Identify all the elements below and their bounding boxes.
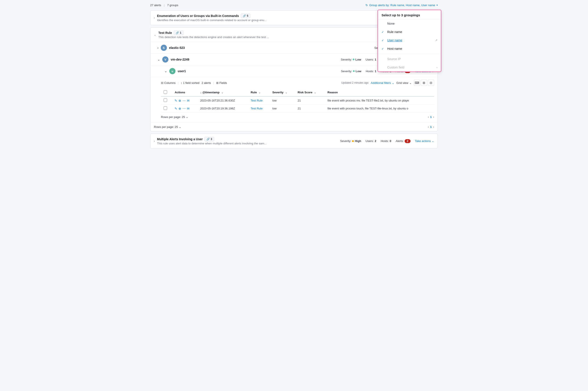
page-nav-outer: ‹ 1 ›: [428, 125, 434, 129]
row1-checkbox[interactable]: [164, 98, 167, 102]
th-checkbox: [161, 89, 172, 97]
alert-card-multiple-alerts: › Multiple Alerts Involving a User 🔗 3 T…: [150, 134, 438, 148]
shield-icon-row2[interactable]: ✉: [187, 107, 190, 110]
check-host-name-icon: ✓: [382, 47, 385, 50]
risk-value-row1: 21: [298, 99, 301, 102]
check-source-ip-icon: [382, 57, 385, 61]
sub-severity-vmdev2249: Severity: Low: [341, 58, 361, 61]
grouping-item-host-name[interactable]: ✓ Host name: [378, 44, 441, 53]
keyboard-view-btn[interactable]: ⌨: [414, 80, 420, 86]
severity-value-row1: low: [272, 99, 277, 102]
groupings-dropdown-title: Select up to 3 groupings: [378, 10, 441, 19]
expand-icon-elastic523[interactable]: ›: [157, 46, 159, 50]
alerts-count-label: 2 alerts: [202, 81, 211, 85]
rows-per-page-outer[interactable]: Rows per page: 25 ⌄: [154, 125, 181, 129]
table-row: ✎ ⊕ ⋯ ✉ 2023-05-16T20:19:36.198Z Test Ru…: [161, 104, 434, 112]
alert-card-title-section-3: Multiple Alerts Involving a User 🔗 3 Thi…: [157, 137, 338, 145]
sort-button[interactable]: ↕ 1 field sorted: [181, 81, 199, 85]
alerts-meta-3: Alerts: 2: [395, 139, 410, 143]
next-page-btn-inner[interactable]: ›: [433, 115, 434, 119]
rows-per-page-inner[interactable]: Rows per page: 25 ⌄: [161, 115, 188, 119]
view-icons: ⌨ ⊞ ⊟: [414, 80, 434, 86]
additional-filters-button[interactable]: Additional filters ⌄: [371, 81, 394, 85]
rows-per-page-chevron-outer: ⌄: [179, 125, 181, 129]
user1-severity: Severity: Low: [341, 70, 361, 73]
alerts-badge-3: 2: [405, 139, 410, 143]
row1-actions: ✎ ⊕ ⋯ ✉: [175, 99, 195, 102]
expand-icon-vmdev2249[interactable]: ⌄: [157, 58, 160, 61]
refresh-icon: ↻: [365, 3, 368, 7]
share-icon-row2[interactable]: ⊕: [179, 107, 181, 110]
share-icon-row1[interactable]: ⊕: [179, 99, 181, 102]
td-rule-row1[interactable]: Test Rule: [248, 97, 270, 104]
take-actions-btn-3[interactable]: Take actions ⌄: [415, 139, 434, 143]
top-bar: 27 alerts | 7 groups ↻ Group alerts by: …: [150, 3, 438, 7]
more-icon-row2[interactable]: ⋯: [183, 107, 186, 110]
td-severity-row1: low: [270, 97, 295, 104]
alert-link-badge-2: 🔗 1: [174, 31, 183, 35]
alert-card-title-section-1: Enumeration of Users or Groups via Built…: [157, 14, 382, 22]
check-user-name-icon: ✓: [382, 39, 385, 42]
th-reason: Reason: [325, 89, 434, 97]
severity-value-row2: low: [272, 107, 277, 110]
table-view-btn[interactable]: ⊞: [421, 80, 427, 86]
grid-view-label: Grid view: [396, 81, 408, 85]
th-timestamp[interactable]: ↓ @timestamp ⌄: [197, 89, 248, 97]
reason-value-row1: file event with process mv, file TEST-fi…: [327, 99, 409, 102]
columns-label: Columns: [164, 81, 176, 85]
grid-view-btn-icon[interactable]: ⊟: [428, 80, 434, 86]
alerts-count-button[interactable]: 2 alerts: [202, 81, 211, 85]
data-table-section: ⊟ Columns | ↕ 1 field sorted 2 alerts | …: [150, 77, 438, 122]
td-rule-row2[interactable]: Test Rule: [248, 104, 270, 112]
more-icon-row1[interactable]: ⋯: [183, 99, 186, 102]
row2-checkbox[interactable]: [164, 106, 167, 110]
grouping-item-rule-name[interactable]: ✓ Rule name: [378, 28, 441, 36]
grouping-item-user-name[interactable]: ✓ User name ↗: [378, 36, 441, 44]
th-rule[interactable]: Rule ⌄: [248, 89, 270, 97]
take-actions-chevron-3: ⌄: [432, 139, 434, 143]
expand-icon-user1[interactable]: ⌄: [164, 69, 167, 73]
expand-icon-1[interactable]: ›: [154, 16, 155, 19]
th-severity[interactable]: Severity ⌄: [270, 89, 295, 97]
link-icon-1: 🔗: [243, 14, 246, 17]
fields-button[interactable]: ⊞ Fields: [216, 81, 227, 85]
check-none-icon: [382, 22, 385, 25]
td-checkbox-row2: [161, 104, 172, 112]
user-name-user1: user1: [178, 69, 186, 73]
prev-page-btn-inner[interactable]: ‹: [428, 115, 429, 119]
th-reason-label: Reason: [327, 91, 338, 94]
grouping-item-none[interactable]: None: [378, 19, 441, 28]
grouping-label-none: None: [387, 22, 437, 25]
avatar-elastic523: S: [161, 45, 167, 51]
table-toolbar-right: Updated 2 minutes ago Additional filters…: [341, 80, 434, 86]
severity-meta-3: Severity: High: [340, 139, 361, 143]
hosts-label-3: Hosts:: [381, 139, 389, 143]
link-icon-3: 🔗: [206, 138, 210, 141]
edit-icon-row1[interactable]: ✎: [175, 99, 177, 102]
alert-link-count-3: 3: [211, 138, 212, 141]
group-alerts-button[interactable]: ↻ Group alerts by: Rule name, Host name,…: [365, 3, 438, 7]
grid-view-button[interactable]: Grid view ⌄: [396, 81, 412, 85]
select-all-checkbox[interactable]: [164, 90, 167, 94]
users-label-3: Users:: [365, 139, 374, 143]
th-severity-sort: ⌄: [285, 91, 287, 94]
edit-icon-row2[interactable]: ✎: [175, 107, 177, 110]
th-risk-score[interactable]: Risk Score ⌄: [295, 89, 325, 97]
groupings-divider: [378, 54, 441, 54]
take-actions-label-3: Take actions: [415, 139, 431, 143]
shield-icon-row1[interactable]: ✉: [187, 99, 190, 102]
columns-icon: ⊟: [161, 81, 163, 85]
alert-link-badge-1: 🔗 5: [241, 14, 251, 18]
expand-icon-2[interactable]: ⌄: [154, 33, 156, 36]
cursor-icon: ↗: [435, 39, 437, 42]
alert-card-header-3[interactable]: › Multiple Alerts Involving a User 🔗 3 T…: [150, 134, 438, 148]
columns-button[interactable]: ⊟ Columns: [161, 81, 176, 85]
expand-icon-3[interactable]: ›: [154, 140, 155, 143]
timestamp-value-row2: 2023-05-16T20:19:36.198Z: [200, 107, 235, 110]
next-page-btn-outer[interactable]: ›: [433, 125, 434, 129]
td-timestamp-row2: 2023-05-16T20:19:36.198Z: [197, 104, 248, 112]
grid-view-chevron: ⌄: [409, 81, 412, 85]
users-value-3: 2: [375, 139, 376, 143]
sub-users-label-vmdev: Users:: [365, 58, 374, 61]
prev-page-btn-outer[interactable]: ‹: [428, 125, 429, 129]
